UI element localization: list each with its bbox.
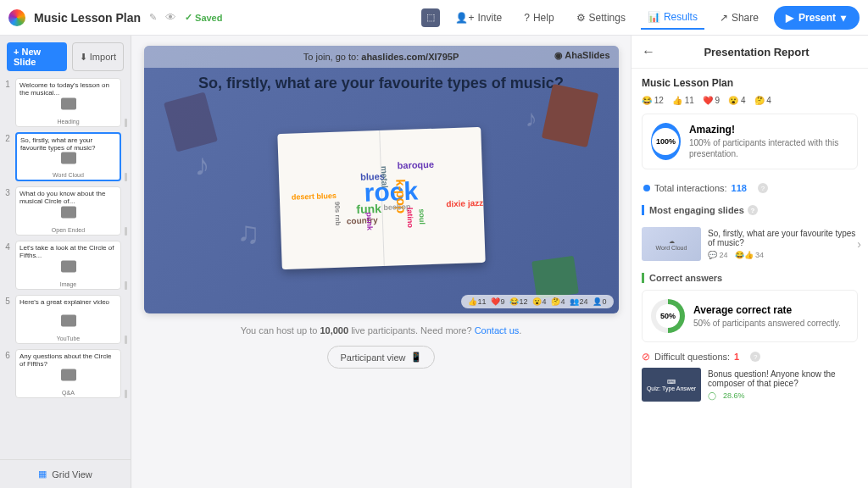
present-button[interactable]: ▶ Present ▾	[774, 6, 860, 30]
invite-button[interactable]: 👤+ Invite	[448, 7, 509, 29]
slide-thumbnail[interactable]: Welcome to today's lesson on the musical…	[15, 78, 121, 127]
engaging-slide-item[interactable]: ☁Word Cloud So, firstly, what are your f…	[642, 222, 858, 266]
slide-thumbnail[interactable]: Any questions about the Circle of Fifths…	[15, 349, 121, 398]
difficult-question-item[interactable]: ⌨Quiz: Type Answer Bonus question! Anyon…	[642, 368, 858, 402]
help-icon[interactable]: ?	[750, 352, 760, 362]
wordcloud-word: desert blues	[291, 191, 336, 202]
report-title: Presentation Report	[655, 46, 858, 58]
share-button[interactable]: ↗ Share	[713, 7, 765, 29]
decoration	[164, 92, 218, 152]
new-slide-button[interactable]: + New Slide	[7, 42, 67, 71]
slide-thumbnail[interactable]: Here's a great explainer video YouTube	[15, 295, 121, 344]
top-bar: Music Lesson Plan ✎ 👁 ✓ Saved ⬚ 👤+ Invit…	[0, 0, 868, 36]
progress-ring-icon: 100%	[651, 123, 681, 160]
saved-status: ✓ Saved	[185, 12, 222, 23]
difficult-questions: ⊘Difficult questions: 1 ?	[642, 351, 858, 363]
join-bar: To join, go to: ahaslides.com/XI795P ◉ A…	[144, 46, 619, 68]
amazing-title: Amazing!	[689, 124, 849, 136]
brand-logo: ◉ AhaSlides	[554, 50, 610, 61]
progress-ring-icon: 50%	[651, 299, 685, 333]
edit-title-icon[interactable]: ✎	[149, 12, 157, 23]
help-button[interactable]: ? Help	[517, 7, 560, 29]
slide-thumbnail[interactable]: So, firstly, what are your favourite typ…	[15, 132, 121, 181]
host-limit-text: You can host up to 10,000 live participa…	[241, 325, 522, 336]
settings-button[interactable]: ⚙ Settings	[570, 7, 632, 29]
help-icon[interactable]: ?	[748, 205, 758, 215]
wordcloud-word: soul	[417, 208, 426, 225]
slide-question: So, firstly, what are your favourite typ…	[144, 75, 619, 92]
back-icon[interactable]: ←	[642, 44, 655, 59]
wordcloud-word: baroque	[397, 159, 434, 171]
slide-sidebar: + New Slide ⬇ Import 1 Welcome to today'…	[0, 36, 131, 488]
wordcloud-word: punk	[364, 213, 374, 231]
correct-rate-title: Average correct rate	[693, 304, 841, 316]
canvas-area: To join, go to: ahaslides.com/XI795P ◉ A…	[131, 36, 631, 488]
correct-rate-subtitle: 50% of participants answered correctly.	[693, 318, 841, 329]
import-button[interactable]: ⬇ Import	[72, 42, 124, 71]
grid-view-button[interactable]: ▦Grid View	[0, 459, 131, 488]
wordcloud-word: latino	[405, 208, 415, 228]
difficult-question-title: Bonus question! Anyone know the composer…	[708, 369, 858, 388]
chevron-right-icon: ›	[857, 237, 861, 251]
slide-thumbnail: ⌨Quiz: Type Answer	[642, 368, 701, 402]
wordcloud-book: rockfunkk-popbluesbaroquemetalbeebopcoun…	[277, 127, 485, 269]
music-note-icon: ♪	[195, 147, 220, 181]
report-reactions: 😂 12👍 11❤️ 9😮 4🤔 4	[642, 96, 858, 105]
slide-thumbnail[interactable]: Let's take a look at the Circle of Fifth…	[15, 241, 121, 290]
slide-thumbnail: ☁Word Cloud	[642, 227, 701, 261]
main-area: + New Slide ⬇ Import 1 Welcome to today'…	[0, 36, 868, 488]
amazing-subtitle: 100% of participants interacted with thi…	[689, 137, 849, 159]
wordcloud-word: metal	[379, 166, 389, 188]
help-icon[interactable]: ?	[758, 183, 768, 193]
slide-thumbnail[interactable]: What do you know about the musical Circl…	[15, 186, 121, 236]
slide-stage: To join, go to: ahaslides.com/XI795P ◉ A…	[144, 46, 619, 313]
stage-reactions-bar[interactable]: 👍11❤️9😂12😮4🤔4👥24👤0	[461, 295, 613, 308]
correct-rate-card: 50% Average correct rate 50% of particip…	[642, 290, 858, 342]
engagement-card: 100% Amazing! 100% of participants inter…	[642, 114, 858, 169]
app-logo-icon	[8, 9, 25, 26]
total-interactions: Total interactions: 118 ?	[642, 178, 858, 198]
engaging-slide-title: So, firstly, what are your favourite typ…	[708, 229, 858, 247]
contact-link[interactable]: Contact us	[475, 325, 520, 336]
presentation-title[interactable]: Music Lesson Plan	[34, 11, 141, 25]
report-presentation-name: Music Lesson Plan	[642, 77, 858, 89]
wordcloud-word: 90s rnb	[333, 202, 342, 226]
music-note-icon: ♫	[237, 215, 263, 249]
record-icon[interactable]: ⬚	[421, 8, 440, 27]
wordcloud-word: dixie jazz	[446, 198, 483, 209]
decoration	[541, 84, 598, 147]
slides-list: 1 Welcome to today's lesson on the music…	[0, 78, 131, 459]
decoration	[531, 256, 579, 300]
participant-view-button[interactable]: Participant view 📱	[327, 346, 434, 369]
report-panel: ← Presentation Report Music Lesson Plan …	[631, 36, 868, 488]
correct-answers-heading: Correct answers	[642, 273, 858, 283]
results-tab[interactable]: 📊 Results	[641, 6, 704, 30]
visibility-icon[interactable]: 👁	[165, 11, 176, 24]
engaging-slides-heading: Most engaging slides?	[642, 205, 858, 215]
